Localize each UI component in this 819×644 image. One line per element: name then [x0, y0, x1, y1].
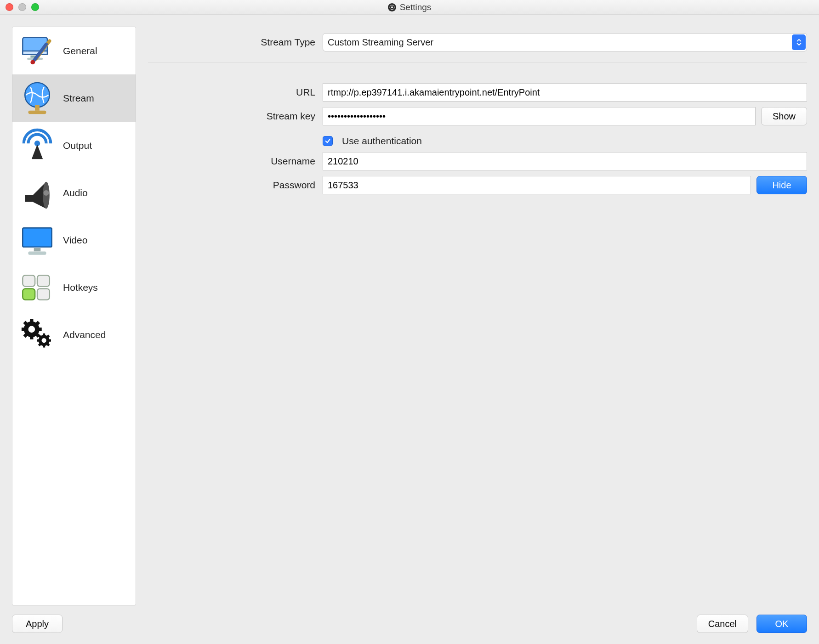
window-title: Settings — [400, 2, 432, 12]
chevron-up-down-icon — [792, 34, 806, 50]
svg-line-36 — [39, 335, 40, 337]
show-button[interactable]: Show — [761, 107, 807, 125]
username-label: Username — [148, 156, 323, 167]
svg-rect-16 — [34, 248, 41, 251]
svg-line-27 — [24, 322, 27, 324]
apply-button[interactable]: Apply — [12, 615, 63, 633]
maximize-window-button[interactable] — [31, 3, 39, 11]
sidebar-item-label: Audio — [63, 187, 88, 198]
stream-settings-panel: Stream Type Custom Streaming Server URL … — [148, 27, 807, 605]
svg-rect-10 — [35, 105, 40, 110]
svg-rect-20 — [23, 288, 35, 299]
svg-rect-21 — [37, 288, 50, 299]
section-divider — [148, 62, 807, 63]
stream-key-input[interactable] — [323, 107, 756, 125]
password-label: Password — [148, 180, 323, 191]
svg-rect-18 — [23, 275, 35, 286]
svg-line-37 — [47, 344, 49, 345]
svg-rect-17 — [28, 251, 46, 254]
cancel-button[interactable]: Cancel — [697, 615, 748, 633]
sidebar-item-video[interactable]: Video — [12, 216, 136, 264]
sidebar-item-output[interactable]: Output — [12, 122, 136, 169]
stream-type-select[interactable]: Custom Streaming Server — [323, 33, 807, 51]
hide-button[interactable]: Hide — [756, 176, 807, 194]
sidebar-item-advanced[interactable]: Advanced — [12, 311, 136, 358]
url-label: URL — [148, 87, 323, 98]
app-icon — [388, 3, 396, 11]
use-authentication-checkbox[interactable] — [323, 136, 333, 146]
use-authentication-label: Use authentication — [342, 136, 422, 147]
svg-rect-15 — [23, 228, 51, 247]
stream-type-label: Stream Type — [148, 37, 323, 48]
sidebar-item-stream[interactable]: Stream — [12, 74, 136, 122]
stream-key-label: Stream key — [148, 111, 323, 122]
svg-rect-19 — [37, 275, 50, 286]
sidebar-item-label: General — [63, 45, 97, 56]
close-window-button[interactable] — [6, 3, 13, 11]
stream-type-value: Custom Streaming Server — [323, 33, 807, 51]
sidebar-item-audio[interactable]: Audio — [12, 169, 136, 216]
svg-line-39 — [39, 344, 40, 345]
dialog-button-bar: Apply Cancel OK — [0, 612, 819, 644]
sidebar-item-label: Hotkeys — [63, 282, 98, 293]
svg-point-14 — [43, 190, 49, 195]
monitor-tools-icon — [18, 32, 57, 70]
svg-point-8 — [30, 60, 35, 64]
settings-sidebar: General Stream — [12, 27, 136, 605]
sidebar-item-hotkeys[interactable]: Hotkeys — [12, 264, 136, 311]
sidebar-item-general[interactable]: General — [12, 27, 136, 74]
sidebar-item-label: Stream — [63, 93, 94, 104]
display-icon — [18, 221, 57, 260]
svg-line-30 — [24, 334, 27, 336]
ok-button[interactable]: OK — [756, 615, 807, 633]
svg-point-1 — [391, 6, 393, 8]
keyboard-keys-icon — [18, 268, 57, 307]
titlebar: Settings — [0, 0, 819, 15]
url-input[interactable] — [323, 83, 807, 102]
svg-rect-11 — [28, 110, 46, 113]
svg-point-31 — [40, 336, 48, 344]
sidebar-item-label: Output — [63, 140, 92, 151]
svg-line-38 — [47, 335, 49, 337]
sidebar-item-label: Advanced — [63, 329, 106, 340]
password-input[interactable] — [323, 176, 751, 194]
username-input[interactable] — [323, 152, 807, 170]
sidebar-item-label: Video — [63, 235, 87, 246]
globe-icon — [18, 79, 57, 118]
window-controls — [6, 3, 39, 11]
svg-point-0 — [390, 5, 394, 10]
svg-line-29 — [37, 322, 39, 324]
svg-point-22 — [26, 323, 37, 334]
minimize-window-button[interactable] — [18, 3, 26, 11]
antenna-icon — [18, 126, 57, 165]
gears-icon — [18, 316, 57, 354]
speaker-icon — [18, 174, 57, 212]
